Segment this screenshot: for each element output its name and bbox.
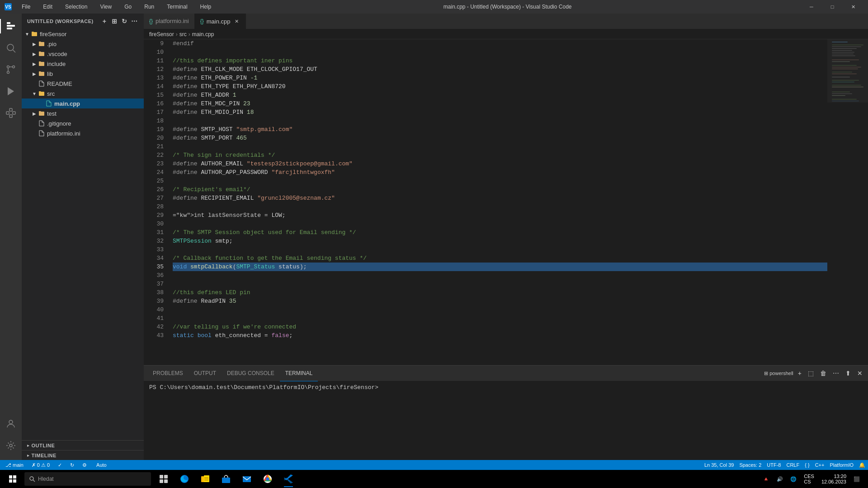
taskbar-tray-icons[interactable]: 🔺 [760, 470, 772, 488]
menu-view[interactable]: View [97, 3, 114, 11]
tree-arrow-icon [31, 80, 38, 87]
timeline-section[interactable]: ▸ TIMELINE [22, 450, 144, 460]
panel-tab-terminal[interactable]: TERMINAL [280, 366, 318, 381]
start-button[interactable] [2, 470, 24, 488]
tree-item-lib[interactable]: ▶lib [22, 69, 144, 79]
collapse-all-icon[interactable]: ⋯ [130, 17, 138, 25]
status-branch[interactable]: ⎇ main [3, 460, 26, 470]
taskbar-clock[interactable]: 13:20 12.06.2023 [819, 470, 849, 488]
menu-terminal[interactable]: Terminal [164, 3, 190, 11]
tree-item-src[interactable]: ▼src [22, 89, 144, 99]
tab-maincpp[interactable]: {}main.cpp✕ [195, 14, 246, 29]
status-spaces[interactable]: Spaces: 2 [736, 460, 764, 470]
taskbar-notifications[interactable]: ⬛ [851, 470, 863, 488]
panel-close-icon[interactable]: ✕ [855, 369, 864, 378]
panel-tab-problems[interactable]: PROBLEMS [147, 366, 189, 381]
menu-selection[interactable]: Selection [62, 3, 90, 11]
status-cloud[interactable]: ↻ [67, 460, 77, 470]
status-encoding[interactable]: UTF-8 [764, 460, 783, 470]
status-platformio[interactable]: PlatformIO [827, 460, 856, 470]
code-area[interactable]: #endif //this defines important iner pin… [167, 39, 827, 365]
maximize-button[interactable]: □ [822, 0, 843, 14]
tree-item-main.cpp[interactable]: main.cpp [22, 99, 144, 108]
activity-source-control[interactable] [0, 59, 22, 80]
tab-label: platformio.ini [156, 18, 189, 24]
activity-accounts[interactable] [0, 413, 22, 435]
panel-more-icon[interactable]: ⋯ [831, 369, 841, 378]
close-button[interactable]: ✕ [843, 0, 863, 14]
editor-content[interactable]: 9101112131415161718192021222324252627282… [144, 39, 868, 365]
code-line: SMTPSession smtp; [173, 237, 827, 245]
minimize-button[interactable]: ─ [801, 0, 822, 14]
tree-item-README[interactable]: README [22, 79, 144, 89]
tree-item-include[interactable]: ▶include [22, 59, 144, 69]
code-line: #define ETH_POWER_PIN -1 [173, 74, 827, 82]
add-terminal-icon[interactable]: + [796, 369, 803, 378]
menu-help[interactable]: Help [198, 3, 214, 11]
taskbar-store[interactable] [216, 470, 236, 488]
activity-settings[interactable] [0, 435, 22, 456]
breadcrumb-part-0[interactable]: fireSensor [149, 31, 174, 38]
terminal-content[interactable]: PS C:\Users\domain.test\Documents\Platfo… [144, 381, 868, 460]
code-line [173, 202, 827, 211]
outline-section[interactable]: ▸ OUTLINE [22, 440, 144, 450]
taskbar-chrome[interactable] [258, 470, 278, 488]
status-bell-icon[interactable]: 🔔 [856, 460, 868, 470]
status-default[interactable]: ⚙ [80, 460, 91, 470]
panel-tab-output[interactable]: OUTPUT [189, 366, 222, 381]
taskbar-speaker[interactable]: 🔊 [774, 470, 786, 488]
taskbar-task-view[interactable] [154, 470, 174, 488]
status-cursor[interactable]: Ln 35, Col 39 [702, 460, 736, 470]
svg-line-47 [33, 480, 35, 482]
tree-item-platformio.ini[interactable]: platformio.ini [22, 128, 144, 138]
status-left: ⎇ main ✗ 0 ⚠ 0 ✓ ↻ ⚙ Auto [0, 460, 109, 470]
taskbar-search[interactable]: Hledat [24, 472, 151, 486]
panel-maximize-icon[interactable]: ⬆ [844, 369, 853, 378]
status-language[interactable]: C++ [812, 460, 827, 470]
menu-edit[interactable]: Edit [40, 3, 55, 11]
code-line: #define ETH_MDC_PIN 23 [173, 99, 827, 108]
sidebar: UNTITLED (WORKSPACE) + ⊞ ↻ ⋯ ▼fireSensor… [22, 14, 144, 460]
activity-run-debug[interactable] [0, 80, 22, 102]
tree-item-test[interactable]: ▶test [22, 108, 144, 118]
kill-terminal-icon[interactable]: 🗑 [818, 369, 828, 378]
svg-point-14 [9, 444, 12, 447]
taskbar-edge[interactable] [175, 470, 194, 488]
new-folder-icon[interactable]: ⊞ [110, 17, 118, 25]
tree-item-.pio[interactable]: ▶.pio [22, 39, 144, 49]
tree-item-.gitignore[interactable]: .gitignore [22, 118, 144, 128]
split-terminal-icon[interactable]: ⬚ [806, 369, 816, 378]
svg-rect-48 [160, 475, 163, 479]
taskbar-network[interactable]: 🌐 [788, 470, 799, 488]
status-auto[interactable]: Auto [94, 460, 109, 470]
svg-rect-11 [9, 115, 12, 117]
taskbar-vscode[interactable] [278, 470, 298, 488]
tab-close-icon[interactable]: ✕ [233, 18, 240, 25]
menu-go[interactable]: Go [122, 3, 134, 11]
activity-extensions[interactable] [0, 102, 22, 124]
refresh-icon[interactable]: ↻ [120, 17, 128, 25]
tab-platformio[interactable]: {}platformio.ini [144, 14, 195, 29]
menu-file[interactable]: File [19, 3, 33, 11]
line-number: 18 [147, 117, 164, 125]
tree-item-fireSensor[interactable]: ▼fireSensor [22, 29, 144, 39]
taskbar-mail[interactable] [237, 470, 257, 488]
tree-arrow-icon: ▼ [31, 90, 38, 97]
breadcrumb-part-1[interactable]: src [179, 31, 187, 38]
panel-tab-debug-console[interactable]: DEBUG CONSOLE [222, 366, 280, 381]
status-eol[interactable]: CRLF [783, 460, 802, 470]
activity-search[interactable] [0, 37, 22, 59]
activity-explorer[interactable] [0, 15, 22, 37]
tree-item-.vscode[interactable]: ▶.vscode [22, 49, 144, 59]
breadcrumb-part-2[interactable]: main.cpp [192, 31, 214, 38]
taskbar-lang-ces[interactable]: CES CS [801, 470, 817, 488]
svg-rect-41 [827, 39, 868, 103]
status-format[interactable]: { } [802, 460, 812, 470]
code-line: /* The SMTP Session object used for Emai… [173, 228, 827, 237]
new-file-icon[interactable]: + [100, 17, 108, 25]
menu-run[interactable]: Run [142, 3, 157, 11]
code-line [173, 142, 827, 151]
status-errors[interactable]: ✗ 0 ⚠ 0 [29, 460, 52, 470]
taskbar-file-explorer[interactable] [195, 470, 215, 488]
status-check[interactable]: ✓ [55, 460, 65, 470]
